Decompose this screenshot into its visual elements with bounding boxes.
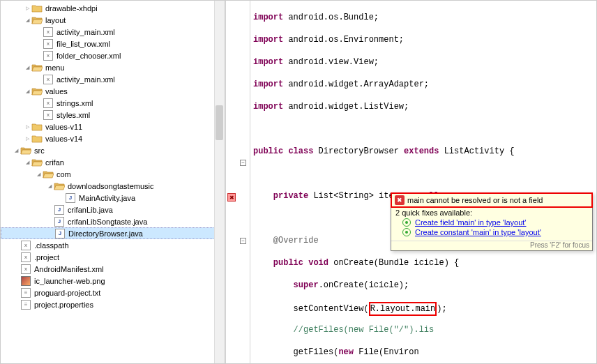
folder-open-icon: [43, 169, 54, 180]
chevron-right-icon[interactable]: [23, 4, 31, 13]
tree-item[interactable]: MainActivity.java: [1, 192, 225, 204]
tree-item-label: styles.xml: [56, 111, 90, 119]
tree-item[interactable]: crifan: [1, 156, 225, 168]
tree-item[interactable]: folder_chooser.xml: [1, 50, 225, 61]
tree-item[interactable]: values-v14: [1, 132, 225, 144]
java-file-icon: [54, 204, 65, 215]
tree-item[interactable]: menu: [1, 61, 225, 73]
tree-item[interactable]: drawable-xhdpi: [1, 2, 225, 14]
fold-collapse-icon[interactable]: −: [240, 238, 246, 244]
xml-file-icon: [20, 252, 31, 263]
error-message: main cannot be resolved or is not a fiel…: [407, 196, 543, 204]
tree-item[interactable]: DirectoryBrowser.java: [1, 227, 225, 239]
chevron-down-icon[interactable]: [23, 87, 31, 96]
error-icon: ✖: [395, 195, 405, 205]
tree-item[interactable]: crifanLibSongtaste.java: [1, 215, 225, 227]
java-file-icon: [54, 216, 65, 227]
tree-item[interactable]: styles.xml: [1, 109, 225, 121]
folder-open-icon: [20, 145, 31, 156]
chevron-down-icon[interactable]: [34, 170, 43, 179]
tree-item-label: project.properties: [34, 301, 93, 309]
tree-item[interactable]: activity_main.xml: [1, 26, 225, 38]
quick-fix-link-2[interactable]: Create constant 'main' in type 'layout': [402, 228, 588, 236]
tree-item-label: proguard-project.txt: [34, 289, 100, 297]
tree-item[interactable]: ic_launcher-web.png: [1, 275, 225, 287]
tree-item[interactable]: AndroidManifest.xml: [1, 263, 225, 275]
quick-fix-tooltip[interactable]: ✖ main cannot be resolved or is not a fi…: [391, 192, 593, 251]
java-file-icon: [65, 192, 76, 204]
chevron-down-icon[interactable]: [12, 146, 20, 155]
tree-item-label: activity_main.xml: [56, 75, 115, 84]
xml-file-icon: [43, 50, 54, 61]
xml-file-icon: [43, 109, 54, 121]
chevron-down-icon[interactable]: [23, 16, 31, 24]
tree-item-label: crifan: [45, 158, 64, 167]
chevron-down-icon[interactable]: [23, 158, 31, 167]
tooltip-error-header: ✖ main cannot be resolved or is not a fi…: [391, 192, 593, 208]
chevron-down-icon[interactable]: [23, 63, 31, 72]
tree-item[interactable]: values: [1, 85, 225, 97]
tree-item-label: ic_launcher-web.png: [34, 277, 105, 285]
chevron-right-icon[interactable]: [23, 123, 31, 131]
xml-file-icon: [43, 38, 54, 50]
text-file-icon: [20, 299, 31, 310]
chevron-down-icon[interactable]: [45, 182, 54, 190]
tree-item-label: layout: [45, 16, 66, 24]
tree-item-label: DirectoryBrowser.java: [68, 229, 143, 238]
tree-item-label: strings.xml: [56, 99, 93, 107]
scrollbar-thumb[interactable]: [216, 105, 223, 140]
editor[interactable]: import android.os.Bundle; import android…: [250, 1, 596, 363]
tree-item[interactable]: .project: [1, 251, 225, 263]
lightbulb-icon: [402, 218, 411, 227]
tree-item-label: activity_main.xml: [56, 28, 115, 36]
xml-file-icon: [20, 264, 31, 275]
chevron-right-icon[interactable]: [23, 135, 31, 143]
fold-collapse-icon[interactable]: −: [240, 160, 246, 166]
tree-item-label: file_list_row.xml: [56, 40, 110, 48]
tree-item-label: .project: [34, 253, 59, 261]
tree-item[interactable]: .classpath: [1, 239, 225, 251]
folder-icon: [31, 3, 43, 14]
folder-open-icon: [31, 157, 43, 168]
xml-file-icon: [43, 98, 54, 109]
folder-open-icon: [31, 15, 43, 26]
folder-icon: [31, 133, 43, 144]
package-explorer[interactable]: drawable-xhdpilayoutactivity_main.xmlfil…: [1, 1, 225, 363]
tree-item[interactable]: strings.xml: [1, 97, 225, 109]
lightbulb-icon: [402, 228, 411, 236]
tree-item[interactable]: crifanLib.java: [1, 204, 225, 215]
tree-item[interactable]: src: [1, 144, 225, 156]
editor-gutter: − ✖ −: [225, 1, 250, 363]
folder-open-icon: [54, 181, 65, 192]
tree-item[interactable]: project.properties: [1, 298, 225, 310]
tree-item-label: crifanLib.java: [68, 206, 113, 214]
image-file-icon: [20, 275, 31, 287]
error-highlight[interactable]: R.layout.main: [369, 302, 437, 316]
tree-item[interactable]: com: [1, 168, 225, 180]
tree-item-label: crifanLibSongtaste.java: [68, 218, 147, 226]
error-marker-icon[interactable]: ✖: [227, 193, 236, 202]
tree-item-label: downloadsongtastemusic: [68, 182, 154, 190]
tree-item-label: menu: [45, 63, 65, 72]
folder-open-icon: [31, 62, 43, 73]
tree-item[interactable]: activity_main.xml: [1, 73, 225, 85]
tree-item-label: values-v11: [45, 123, 82, 131]
tree-scrollbar[interactable]: [214, 1, 225, 363]
folder-open-icon: [31, 86, 43, 97]
tree-item-label: AndroidManifest.xml: [34, 265, 104, 273]
tree-item-label: values-v14: [45, 135, 82, 143]
tree-item-label: com: [56, 170, 71, 179]
tree-item-label: values: [45, 87, 68, 96]
tree-item-label: src: [34, 146, 45, 155]
tree-item[interactable]: downloadsongtastemusic: [1, 180, 225, 192]
tree-item[interactable]: file_list_row.xml: [1, 38, 225, 50]
tree-item[interactable]: values-v11: [1, 121, 225, 132]
quick-fix-link-1[interactable]: Create field 'main' in type 'layout': [402, 218, 588, 227]
tooltip-footer: Press 'F2' for focus: [391, 241, 592, 250]
folder-icon: [31, 121, 43, 132]
tree-item[interactable]: layout: [1, 14, 225, 26]
fixes-count-label: 2 quick fixes available:: [395, 208, 588, 217]
tree-item[interactable]: proguard-project.txt: [1, 287, 225, 298]
text-file-icon: [20, 287, 31, 298]
tree-item-label: drawable-xhdpi: [45, 4, 98, 13]
